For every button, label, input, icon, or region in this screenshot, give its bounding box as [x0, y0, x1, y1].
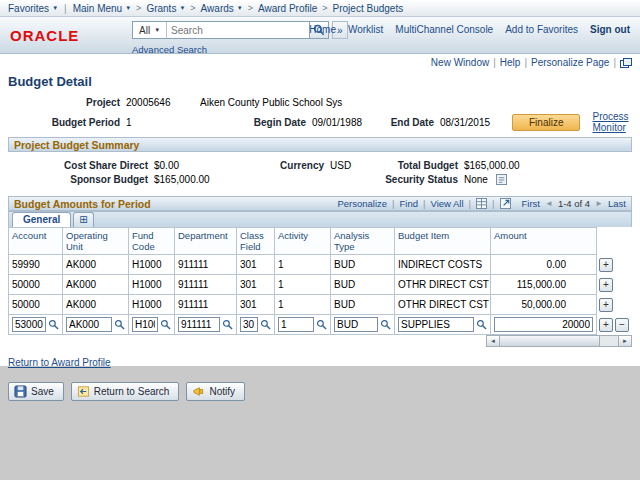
lookup-icon[interactable]: [114, 319, 125, 330]
worklist-link[interactable]: Worklist: [348, 24, 383, 35]
process-monitor-link[interactable]: Process Monitor: [592, 111, 640, 133]
budget-row: 50000AK000H10009111113011BUDOTHR DIRECT …: [9, 275, 633, 295]
lookup-icon[interactable]: [48, 319, 59, 330]
breadcrumb: Favorites ▼ | Main Menu ▼ > Grants ▼ > A…: [0, 0, 640, 17]
save-button[interactable]: Save: [8, 382, 64, 401]
activity-input[interactable]: [278, 317, 314, 332]
operating-unit-input[interactable]: [66, 317, 112, 332]
cell-account: 50000: [9, 295, 63, 315]
lookup-icon[interactable]: [160, 319, 171, 330]
grid-toolbar: Personalize | Find | View All | |: [337, 198, 626, 209]
account-input[interactable]: [12, 317, 46, 332]
cell-department: [175, 315, 237, 335]
multichannel-console-link[interactable]: MultiChannel Console: [395, 24, 493, 35]
toolbar-divider: |: [392, 198, 394, 209]
personalize-link[interactable]: Personalize: [337, 198, 387, 209]
grid-scroll-row: ◄ ►: [8, 335, 632, 347]
lookup-icon[interactable]: [260, 319, 271, 330]
department-input[interactable]: [178, 317, 220, 332]
finalize-button[interactable]: Finalize: [512, 114, 580, 131]
chevron-down-icon: ▼: [52, 5, 58, 11]
zoom-grid-icon[interactable]: [500, 198, 511, 209]
new-window-link[interactable]: New Window: [431, 57, 489, 68]
chevron-down-icon: ▼: [125, 5, 131, 11]
analysis-type-input[interactable]: [334, 317, 378, 332]
cell-operating-unit: AK000: [63, 255, 129, 275]
find-link[interactable]: Find: [400, 198, 418, 209]
add-row-button[interactable]: +: [599, 298, 613, 312]
cell-class-field: 301: [237, 255, 275, 275]
breadcrumb-grants[interactable]: Grants ▼: [146, 3, 185, 14]
first-link[interactable]: First: [522, 198, 540, 209]
column-header-amount[interactable]: Amount: [491, 228, 597, 255]
show-all-columns-tab[interactable]: ⊞: [73, 212, 93, 227]
oracle-logo: ORACLE: [10, 27, 79, 44]
budget-item-input[interactable]: [398, 317, 474, 332]
tab-general[interactable]: General: [12, 212, 71, 227]
row-actions: +: [597, 275, 633, 295]
toolbar-divider: |: [469, 198, 471, 209]
next-rows-icon[interactable]: ►: [595, 199, 603, 208]
column-header-operating-unit[interactable]: Operating Unit: [63, 228, 129, 255]
scrollbar-track[interactable]: [600, 336, 618, 346]
previous-rows-icon[interactable]: ◄: [545, 199, 553, 208]
chevron-down-icon: ▼: [154, 27, 160, 33]
application-window: Favorites ▼ | Main Menu ▼ > Grants ▼ > A…: [0, 0, 640, 480]
scroll-right-arrow[interactable]: ►: [618, 336, 631, 346]
horizontal-scrollbar[interactable]: ◄ ►: [486, 335, 632, 347]
view-all-link[interactable]: View All: [430, 198, 463, 209]
column-header-department[interactable]: Department: [175, 228, 237, 255]
security-detail-icon[interactable]: [496, 174, 507, 185]
scrollbar-thumb[interactable]: [500, 336, 600, 346]
home-link[interactable]: Home: [309, 24, 336, 35]
lookup-icon[interactable]: [316, 319, 327, 330]
download-grid-icon[interactable]: [476, 198, 487, 209]
sign-out-link[interactable]: Sign out: [590, 24, 630, 35]
advanced-search-link[interactable]: Advanced Search: [132, 44, 207, 55]
currency-label: Currency: [258, 160, 324, 171]
cost-share-direct-label: Cost Share Direct: [8, 160, 148, 171]
breadcrumb-favorites[interactable]: Favorites ▼: [8, 3, 58, 14]
links-divider: |: [493, 57, 496, 68]
breadcrumb-main-menu[interactable]: Main Menu ▼: [73, 3, 131, 14]
breadcrumb-project-budgets[interactable]: Project Budgets: [333, 3, 404, 14]
column-header-class-field[interactable]: Class Field: [237, 228, 275, 255]
personalize-page-link[interactable]: Personalize Page: [531, 57, 609, 68]
amount-input[interactable]: [494, 317, 593, 332]
notify-button[interactable]: Notify: [186, 382, 245, 401]
add-row-button[interactable]: +: [599, 278, 613, 292]
http-window-icon[interactable]: [620, 58, 632, 68]
summary-row-2: Sponsor Budget $165,000.00 Security Stat…: [0, 174, 640, 185]
add-row-button[interactable]: +: [599, 318, 613, 332]
grid-tab-strip: General ⊞: [8, 211, 632, 227]
return-to-award-profile-link[interactable]: Return to Award Profile: [8, 357, 111, 368]
fund-code-input[interactable]: [132, 317, 158, 332]
cell-activity: 1: [275, 295, 331, 315]
breadcrumb-award-profile[interactable]: Award Profile: [258, 3, 317, 14]
lookup-icon[interactable]: [380, 319, 391, 330]
cell-department: 911111: [175, 295, 237, 315]
delete-row-button[interactable]: −: [615, 318, 629, 332]
search-scope-dropdown[interactable]: All ▼: [133, 22, 167, 38]
column-header-analysis-type[interactable]: Analysis Type: [331, 228, 395, 255]
column-header-account[interactable]: Account: [9, 228, 63, 255]
page-title: Budget Detail: [0, 69, 640, 95]
last-link[interactable]: Last: [608, 198, 626, 209]
header-links: Home Worklist MultiChannel Console Add t…: [309, 24, 630, 35]
column-header-budget-item[interactable]: Budget Item: [395, 228, 491, 255]
column-header-activity[interactable]: Activity: [275, 228, 331, 255]
lookup-icon[interactable]: [476, 319, 487, 330]
add-to-favorites-link[interactable]: Add to Favorites: [505, 24, 578, 35]
class-field-input[interactable]: [240, 317, 258, 332]
cell-amount: 115,000.00: [491, 275, 597, 295]
scroll-left-arrow[interactable]: ◄: [487, 336, 500, 346]
add-row-button[interactable]: +: [599, 258, 613, 272]
help-link[interactable]: Help: [500, 57, 521, 68]
breadcrumb-awards[interactable]: Awards ▼: [201, 3, 243, 14]
search-input[interactable]: [167, 25, 309, 36]
project-label: Project: [8, 97, 120, 108]
cell-fund-code: H1000: [129, 295, 175, 315]
lookup-icon[interactable]: [222, 319, 233, 330]
column-header-fund-code[interactable]: Fund Code: [129, 228, 175, 255]
return-to-search-button[interactable]: Return to Search: [71, 382, 180, 401]
